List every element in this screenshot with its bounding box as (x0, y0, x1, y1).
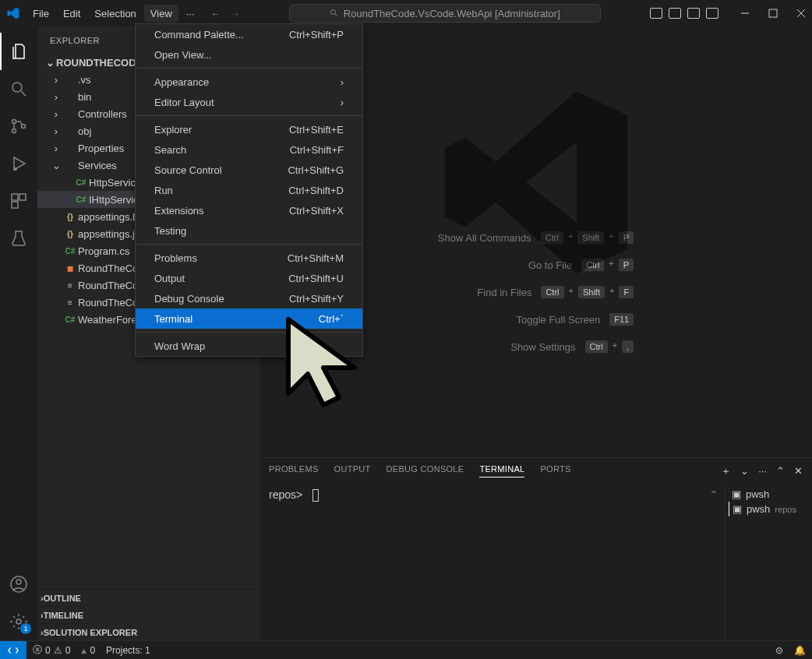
panel-tab[interactable]: OUTPUT (334, 464, 371, 478)
shortcut-row: Show SettingsCtrl+, (510, 340, 634, 354)
sidebar-section[interactable]: › SOLUTION EXPLORER (37, 623, 259, 640)
menu-view[interactable]: View (144, 5, 178, 23)
terminal-new-icon[interactable]: ＋ (721, 464, 731, 478)
menu-dd-item[interactable]: Appearance› (136, 72, 362, 92)
chevron-icon: › (50, 143, 62, 154)
activity-run[interactable] (0, 145, 37, 182)
chevron-right-icon: › (341, 76, 344, 88)
menu-dd-label: Open View... (154, 49, 211, 61)
key-cap: F (619, 286, 634, 299)
menu-dd-item[interactable]: Debug ConsoleCtrl+Shift+Y (136, 288, 362, 308)
menu-selection[interactable]: Selection (88, 5, 142, 23)
menu-accel: Ctrl+Shift+F (290, 144, 344, 156)
chevron-icon: › (50, 74, 62, 86)
menu-dd-label: Editor Layout (154, 97, 214, 108)
activity-account[interactable] (0, 566, 37, 603)
panel-tabs: PROBLEMSOUTPUTDEBUG CONSOLETERMINALPORTS… (259, 458, 812, 484)
key-cap: F11 (609, 313, 634, 326)
activity-settings[interactable]: 1 (0, 603, 37, 640)
panel-maximize-icon[interactable]: ⌃ (776, 465, 785, 477)
menu-dd-item[interactable]: Testing (136, 220, 362, 241)
activity-explorer[interactable] (0, 33, 37, 70)
window-minimize-icon[interactable] (740, 9, 750, 18)
activity-testing[interactable] (0, 220, 37, 257)
menu-dd-item[interactable]: Word Wrap (136, 336, 362, 356)
tree-item-label: Controllers (78, 108, 127, 120)
search-icon (330, 9, 339, 18)
terminal-output[interactable]: repos> ⌃ (259, 484, 725, 640)
status-feedback-icon[interactable]: ⊝ (775, 645, 783, 656)
status-bar: ⓧ0 ⚠0 ⟁0 Projects: 1 ⊝ 🔔 (0, 640, 812, 659)
svg-point-6 (12, 83, 22, 92)
window-maximize-icon[interactable] (768, 9, 778, 18)
menu-dd-item[interactable]: ProblemsCtrl+Shift+M (136, 248, 362, 268)
menu-file[interactable]: File (26, 5, 55, 23)
shortcut-label: Show Settings (510, 341, 575, 353)
sidebar-section[interactable]: › OUTLINE (37, 589, 259, 606)
status-ports[interactable]: ⟁0 (81, 645, 95, 656)
svg-rect-13 (19, 194, 26, 200)
error-icon: ⓧ (33, 643, 42, 657)
layout-bottom-icon[interactable] (669, 8, 681, 19)
menu-dd-label: Debug Console (154, 293, 224, 305)
terminal-split-dropdown-icon[interactable]: ⌄ (740, 465, 749, 477)
command-center[interactable]: RoundTheCode.VsCode.WebApi [Administrato… (289, 4, 601, 23)
panel-tab[interactable]: PORTS (540, 464, 570, 478)
activity-scm[interactable] (0, 107, 37, 145)
menu-dd-item[interactable]: ExtensionsCtrl+Shift+X (136, 200, 362, 220)
menu-accel: Ctrl+Shift+Y (289, 293, 344, 305)
status-remote-icon[interactable] (0, 641, 26, 660)
panel-tab[interactable]: PROBLEMS (269, 464, 319, 478)
nav-back-icon[interactable]: ← (210, 8, 221, 19)
menu-bar: File Edit Selection View ··· (26, 5, 201, 23)
menu-dd-item[interactable]: SearchCtrl+Shift+F (136, 139, 362, 160)
menu-separator (136, 115, 362, 116)
panel-tab[interactable]: DEBUG CONSOLE (387, 464, 464, 478)
menu-dd-item[interactable]: Open View... (136, 44, 362, 65)
terminal-shell-icon: ▣ (732, 488, 741, 500)
terminal-entry[interactable]: ▣pwsh repos (729, 502, 809, 516)
svg-rect-3 (769, 9, 777, 17)
file-icon: {} (62, 230, 78, 238)
svg-point-17 (16, 619, 21, 624)
svg-line-1 (335, 14, 337, 16)
svg-point-10 (22, 125, 26, 129)
menu-dd-item[interactable]: RunCtrl+Shift+D (136, 180, 362, 200)
menu-edit[interactable]: Edit (57, 5, 86, 23)
menu-dd-item[interactable]: ExplorerCtrl+Shift+E (136, 119, 362, 139)
panel-close-icon[interactable]: ✕ (794, 465, 803, 477)
menu-more-icon[interactable]: ··· (180, 5, 201, 23)
layout-right-icon[interactable] (687, 8, 700, 19)
layout-left-icon[interactable] (650, 8, 662, 19)
layout-custom-icon[interactable] (706, 8, 718, 19)
menu-accel: Ctrl+Shift+U (288, 273, 344, 284)
nav-forward-icon[interactable]: → (230, 8, 240, 19)
terminal-list: ▣pwsh▣pwsh repos (725, 484, 812, 640)
chevron-icon: ⌄ (50, 160, 62, 171)
menu-dd-item[interactable]: TerminalCtrl+` (136, 308, 362, 329)
menu-accel: Ctrl+Shift+G (288, 164, 344, 176)
menu-dd-item[interactable]: Editor Layout› (136, 92, 362, 112)
menu-dd-item[interactable]: Command Palette...Ctrl+Shift+P (136, 24, 362, 44)
panel-tab[interactable]: TERMINAL (479, 464, 524, 478)
svg-point-9 (12, 129, 16, 133)
window-close-icon[interactable] (796, 9, 806, 18)
activity-search[interactable] (0, 70, 37, 107)
menu-dd-item[interactable]: OutputCtrl+Shift+U (136, 268, 362, 288)
shortcut-label: Find in Files (477, 287, 531, 298)
sidebar-section[interactable]: › TIMELINE (37, 606, 259, 623)
file-icon: C# (62, 247, 78, 255)
terminal-entry[interactable]: ▣pwsh (729, 487, 809, 502)
status-bell-icon[interactable]: 🔔 (794, 645, 806, 656)
tree-item-label: bin (78, 91, 91, 103)
terminal-more-icon[interactable]: ··· (758, 465, 767, 477)
menu-dd-item[interactable]: Source ControlCtrl+Shift+G (136, 160, 362, 180)
watermark-logo-icon (435, 81, 637, 284)
tree-item-label: Services (78, 160, 117, 171)
activity-extensions[interactable] (0, 182, 37, 220)
menu-separator (136, 244, 362, 245)
status-problems[interactable]: ⓧ0 ⚠0 (33, 643, 70, 657)
menu-dd-label: Terminal (154, 313, 192, 325)
file-icon: ◼ (62, 264, 78, 273)
status-projects[interactable]: Projects: 1 (106, 645, 150, 656)
